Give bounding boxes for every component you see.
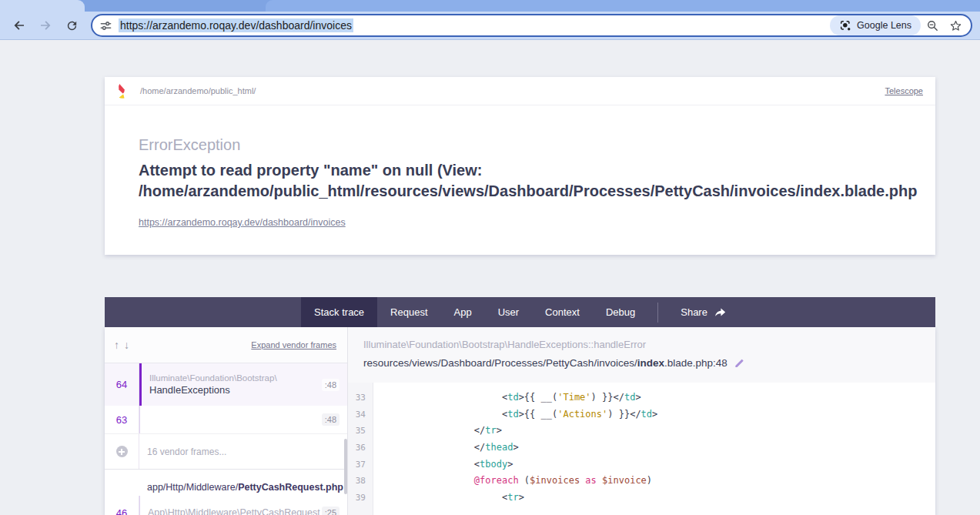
frame-line-badge: :25 xyxy=(322,507,339,515)
refresh-icon xyxy=(65,19,79,32)
frame-method: Illuminate\Foundation\Bootstrap\HandleEx… xyxy=(363,339,920,350)
browser-toolbar: https://arzandemo.roqay.dev/dashboard/in… xyxy=(0,12,980,40)
line-number: 33 xyxy=(348,390,373,406)
exception-message-line1: Attempt to read property "name" on null … xyxy=(139,160,935,181)
bookmark-button[interactable] xyxy=(944,14,967,37)
code-text: <td>{{ __('Time') }}</td> xyxy=(373,390,641,406)
frame-class-path: App\Http\Middleware\PettyCashRequest xyxy=(148,507,322,515)
frame-file-name: PettyCashRequest.php xyxy=(238,482,343,493)
code-panel-header: Illuminate\Foundation\Bootstrap\HandleEx… xyxy=(348,327,935,383)
stack-frame-46[interactable]: 46 App\Http\Middleware\PettyCashRequest … xyxy=(105,496,347,515)
plus-circle-icon xyxy=(116,446,128,457)
url-bar[interactable]: https://arzandemo.roqay.dev/dashboard/in… xyxy=(91,14,972,37)
frame-file-path: resources/views/Dashboard/Processes/Pett… xyxy=(363,357,920,369)
share-icon xyxy=(714,307,726,317)
code-line: 37 <tbody> xyxy=(348,456,935,473)
code-text: </tr> xyxy=(373,423,502,440)
frame-class-prefix: Illuminate\Foundation\Bootstrap\ xyxy=(149,373,322,383)
vendor-frames-row[interactable]: 16 vendor frames... xyxy=(105,433,347,470)
request-url-link[interactable]: https://arzandemo.roqay.dev/dashboard/in… xyxy=(139,217,346,228)
line-number: 35 xyxy=(348,423,373,440)
code-text: <tr> xyxy=(373,490,524,507)
magnifier-icon xyxy=(926,19,939,32)
forward-button[interactable] xyxy=(34,14,57,37)
tab-stack-trace[interactable]: Stack trace xyxy=(301,297,377,327)
share-label: Share xyxy=(681,306,707,318)
zoom-button[interactable] xyxy=(921,14,944,37)
stack-trace-panels: ↑ ↓ Expand vendor frames 64 Illuminate\F… xyxy=(105,327,935,515)
file-path-prefix: resources/views/Dashboard/Processes/Pett… xyxy=(363,357,637,369)
browser-active-tab[interactable] xyxy=(0,0,85,12)
flare-flame-icon xyxy=(117,84,128,99)
line-number: 36 xyxy=(348,440,373,456)
code-text: </thead> xyxy=(373,440,519,456)
frame-number: 46 xyxy=(105,496,139,515)
exception-class: ErrorException xyxy=(139,136,935,154)
code-panel: Illuminate\Foundation\Bootstrap\HandleEx… xyxy=(347,327,935,515)
frames-panel-header: ↑ ↓ Expand vendor frames xyxy=(105,327,347,363)
stack-frame-64[interactable]: 64 Illuminate\Foundation\Bootstrap\ Hand… xyxy=(105,363,347,406)
exception-message-line2: /home/arzandemo/public_html/resources/vi… xyxy=(139,181,935,202)
frame-file-header: app/Http/Middleware/PettyCashRequest.php xyxy=(105,470,347,496)
code-line: 39 <tr> xyxy=(348,490,935,507)
code-lines: 33 <td>{{ __('Time') }}</td>34 <td>{{ __… xyxy=(348,390,935,507)
vendor-frames-label: 16 vendor frames... xyxy=(139,434,347,469)
code-line: 36 </thead> xyxy=(348,440,935,456)
forward-arrow-icon xyxy=(38,18,52,32)
code-line: 35 </tr> xyxy=(348,423,935,440)
code-text: @foreach ($invoices as $invoice) xyxy=(373,473,652,490)
tab-share[interactable]: Share xyxy=(667,297,739,327)
code-line: 38 @foreach ($invoices as $invoice) xyxy=(348,473,935,490)
frames-panel-scrollbar[interactable] xyxy=(344,439,347,494)
browser-inactive-tab[interactable] xyxy=(266,0,980,12)
back-button[interactable] xyxy=(8,14,31,37)
star-icon xyxy=(949,19,962,32)
code-line: 33 <td>{{ __('Time') }}</td> xyxy=(348,390,935,406)
page-content: /home/arzandemo/public_html/ Telescope E… xyxy=(0,40,980,515)
frame-line-badge: :48 xyxy=(322,379,339,391)
expand-vendor-frames-link[interactable]: Expand vendor frames xyxy=(251,340,336,349)
line-number: 39 xyxy=(348,490,373,507)
prev-frame-arrow-icon[interactable]: ↑ xyxy=(114,339,119,351)
google-lens-icon xyxy=(839,19,851,32)
tab-context[interactable]: Context xyxy=(532,297,593,327)
edit-pencil-icon[interactable] xyxy=(734,358,744,369)
exception-message: Attempt to read property "name" on null … xyxy=(139,160,935,202)
tab-user[interactable]: User xyxy=(485,297,532,327)
refresh-button[interactable] xyxy=(60,14,83,37)
stack-frame-63[interactable]: 63 :48 xyxy=(105,406,347,433)
vendor-frames-expander[interactable] xyxy=(105,434,139,469)
code-text: <tbody> xyxy=(373,456,513,473)
code-viewer: 33 <td>{{ __('Time') }}</td>34 <td>{{ __… xyxy=(348,383,935,515)
tab-debug[interactable]: Debug xyxy=(593,297,648,327)
line-number: 38 xyxy=(348,473,373,490)
browser-tab-strip xyxy=(0,0,980,12)
google-lens-label: Google Lens xyxy=(857,20,911,31)
frame-number: 63 xyxy=(105,406,139,433)
back-arrow-icon xyxy=(12,18,26,32)
line-number: 37 xyxy=(348,456,373,473)
code-text: <td>{{ __('Actions') }}</td> xyxy=(373,406,657,423)
site-settings-icon[interactable] xyxy=(99,19,112,32)
frames-panel: ↑ ↓ Expand vendor frames 64 Illuminate\F… xyxy=(105,327,347,515)
code-line: 34 <td>{{ __('Actions') }}</td> xyxy=(348,406,935,423)
google-lens-button[interactable]: Google Lens xyxy=(830,15,921,35)
line-number: 34 xyxy=(348,406,373,423)
project-path: /home/arzandemo/public_html/ xyxy=(140,86,885,95)
frame-line-badge: :48 xyxy=(322,413,339,426)
tab-request[interactable]: Request xyxy=(377,297,440,327)
error-card-header: /home/arzandemo/public_html/ Telescope xyxy=(105,77,935,105)
frame-file-path-prefix: app/Http/Middleware/ xyxy=(147,482,238,493)
frame-class-name: HandleExceptions xyxy=(149,384,322,396)
debug-tab-bar: Stack trace Request App User Context Deb… xyxy=(105,297,935,327)
url-text[interactable]: https://arzandemo.roqay.dev/dashboard/in… xyxy=(119,18,353,32)
error-card: /home/arzandemo/public_html/ Telescope E… xyxy=(105,77,935,255)
telescope-link[interactable]: Telescope xyxy=(885,86,923,95)
error-card-body: ErrorException Attempt to read property … xyxy=(105,105,935,255)
file-name-bold: index xyxy=(637,357,664,369)
tabbar-divider xyxy=(657,303,658,323)
tab-app[interactable]: App xyxy=(441,297,485,327)
next-frame-arrow-icon[interactable]: ↓ xyxy=(124,339,129,351)
frame-number: 64 xyxy=(105,363,139,406)
file-suffix: .blade.php:48 xyxy=(664,357,727,369)
